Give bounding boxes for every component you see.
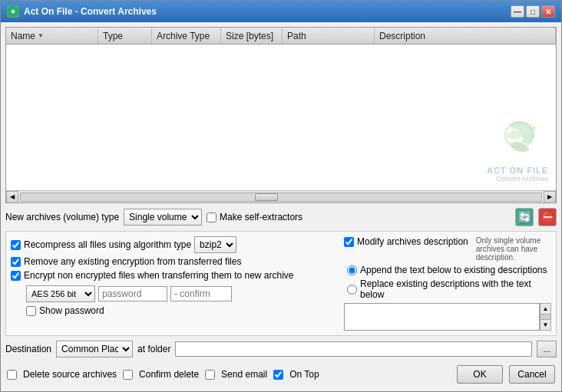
- title-bar: Act On File - Convert Archives — □ ✕: [1, 1, 561, 22]
- watermark-brand: ACT ON FILE: [479, 166, 548, 175]
- col-archive-type[interactable]: Archive Type: [152, 28, 221, 44]
- encrypt-checkbox[interactable]: [11, 271, 21, 281]
- password-input[interactable]: [98, 286, 167, 301]
- folder-input[interactable]: [175, 341, 532, 357]
- window-controls: — □ ✕: [511, 5, 555, 18]
- modify-description-checkbox[interactable]: [344, 237, 354, 247]
- table-body: ACT ON FILE Convert Archives: [6, 44, 556, 190]
- minimize-button[interactable]: —: [511, 5, 524, 18]
- recompress-row: Recompress all files using algorithm typ…: [11, 236, 338, 253]
- show-password-row: Show password: [26, 305, 338, 316]
- main-window: Act On File - Convert Archives — □ ✕ Nam…: [0, 0, 562, 392]
- content-area: Name ▼ Type Archive Type Size [bytes] Pa…: [1, 22, 561, 391]
- make-self-extractors-row: Make self-extractors: [207, 212, 302, 222]
- col-path[interactable]: Path: [283, 28, 375, 44]
- on-top-checkbox[interactable]: [273, 370, 283, 380]
- scrollbar-track[interactable]: [20, 193, 542, 202]
- table-header: Name ▼ Type Archive Type Size [bytes] Pa…: [6, 28, 556, 44]
- send-email-checkbox[interactable]: [205, 370, 215, 380]
- password-fields: AES 256 bit: [26, 285, 338, 302]
- bottom-bar: Delete source archives Confirm delete Se…: [5, 362, 557, 387]
- col-size[interactable]: Size [bytes]: [221, 28, 283, 44]
- make-self-extractors-label: Make self-extractors: [220, 212, 302, 222]
- scroll-left-button[interactable]: ◀: [6, 191, 18, 203]
- browse-button[interactable]: ...: [537, 341, 557, 357]
- window-title: Act On File - Convert Archives: [24, 6, 511, 17]
- remove-encryption-row: Remove any existing encryption from tran…: [11, 256, 338, 267]
- description-area-row: ▲ ▼: [344, 303, 551, 331]
- sort-icon: ▼: [38, 32, 44, 39]
- modify-description-row: Modify archives description: [344, 236, 468, 247]
- confirm-delete-checkbox[interactable]: [123, 370, 133, 380]
- cancel-button[interactable]: Cancel: [509, 365, 555, 384]
- col-description[interactable]: Description: [375, 28, 556, 44]
- watermark-sub: Convert Archives: [479, 175, 548, 183]
- delete-source-label: Delete source archives: [23, 369, 117, 380]
- on-top-label: On Top: [289, 369, 319, 380]
- window-icon: [7, 5, 19, 18]
- action-red-button[interactable]: ⛔: [538, 208, 557, 226]
- close-button[interactable]: ✕: [541, 5, 555, 18]
- destination-row: Destination Common Place at folder ...: [5, 339, 557, 359]
- col-name[interactable]: Name ▼: [6, 28, 98, 44]
- delete-source-checkbox[interactable]: [7, 370, 17, 380]
- show-password-checkbox[interactable]: [26, 306, 36, 316]
- make-self-extractors-checkbox[interactable]: [207, 212, 217, 222]
- destination-select[interactable]: Common Place: [56, 341, 133, 357]
- replace-radio-row: Replace existing descriptions with the t…: [347, 278, 551, 300]
- maximize-button[interactable]: □: [526, 5, 540, 18]
- at-folder-label: at folder: [137, 344, 170, 354]
- new-archives-label: New archives (volume) type: [5, 212, 119, 222]
- col-type[interactable]: Type: [98, 28, 152, 44]
- send-email-label: Send email: [221, 369, 267, 380]
- table-scrollbar[interactable]: ◀ ▶: [6, 190, 556, 203]
- show-password-label: Show password: [39, 305, 104, 316]
- algorithm-select[interactable]: bzip2: [194, 236, 236, 253]
- remove-encryption-label: Remove any existing encryption from tran…: [24, 256, 241, 267]
- main-options-section: Recompress all files using algorithm typ…: [5, 231, 557, 336]
- svg-point-1: [12, 10, 15, 13]
- encryption-type-select[interactable]: AES 256 bit: [26, 285, 95, 302]
- ok-button[interactable]: OK: [457, 365, 503, 384]
- volume-type-select[interactable]: Single volume: [124, 209, 202, 226]
- replace-label: Replace existing descriptions with the t…: [360, 278, 551, 300]
- file-table: Name ▼ Type Archive Type Size [bytes] Pa…: [5, 27, 557, 203]
- append-label: Append the text below to existing descri…: [360, 265, 547, 275]
- watermark: ACT ON FILE Convert Archives: [479, 114, 548, 183]
- encrypt-label: Encrypt non encrypted files when transfe…: [24, 270, 294, 281]
- desc-scroll-down[interactable]: ▼: [541, 319, 550, 330]
- confirm-input[interactable]: [170, 286, 232, 301]
- hint-text: Only single volume archives can have des…: [476, 236, 551, 262]
- action-green-button[interactable]: 🔄: [515, 208, 534, 226]
- append-radio-row: Append the text below to existing descri…: [347, 265, 551, 275]
- scrollbar-thumb[interactable]: [255, 193, 278, 201]
- confirm-delete-label: Confirm delete: [139, 369, 199, 380]
- replace-radio[interactable]: [347, 285, 357, 295]
- recompress-checkbox[interactable]: [11, 240, 21, 250]
- right-options: Modify archives description Only single …: [344, 236, 551, 331]
- remove-encryption-checkbox[interactable]: [11, 257, 21, 267]
- description-textarea[interactable]: [344, 303, 540, 331]
- recompress-label: Recompress all files using algorithm typ…: [24, 239, 191, 250]
- left-options: Recompress all files using algorithm typ…: [11, 236, 338, 331]
- modify-description-label: Modify archives description: [357, 236, 468, 247]
- desc-scroll-up[interactable]: ▲: [541, 304, 550, 315]
- scroll-right-button[interactable]: ▶: [544, 191, 556, 203]
- destination-label: Destination: [5, 344, 51, 354]
- append-radio[interactable]: [347, 265, 357, 275]
- volume-type-row: New archives (volume) type Single volume…: [5, 206, 557, 228]
- encrypt-row: Encrypt non encrypted files when transfe…: [11, 270, 338, 281]
